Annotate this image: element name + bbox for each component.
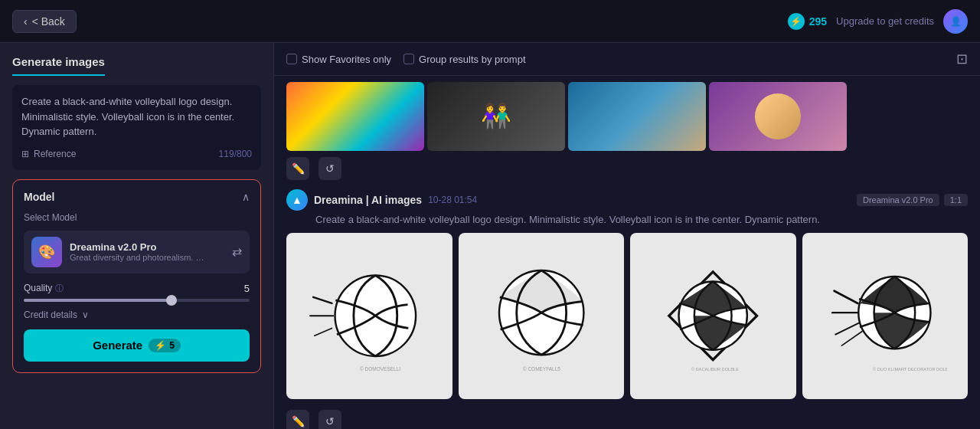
reference-icon: ⊞ <box>21 149 29 159</box>
info-icon: ⓘ <box>55 283 64 294</box>
section-header: Model ∧ <box>24 191 250 203</box>
lightning-icon: ⚡ <box>155 340 166 351</box>
slider-fill <box>24 299 171 302</box>
chevron-up-icon[interactable]: ∧ <box>242 191 250 203</box>
image-card-3[interactable]: © DACALIBUR DOLBLE <box>630 233 796 399</box>
ai-timestamp: 10-28 01:54 <box>428 195 477 205</box>
ai-badges: Dreamina v2.0 Pro 1:1 <box>857 194 968 206</box>
svg-line-3 <box>315 328 332 336</box>
panel-title: Generate images <box>12 55 105 76</box>
generate-cost-badge: ⚡ 5 <box>149 339 181 352</box>
thumbnail-3[interactable] <box>568 82 706 151</box>
prompt-text: Create a black-and-white volleyball logo… <box>21 94 252 139</box>
image-card-1[interactable]: © DOMOVESELLI <box>286 233 452 399</box>
back-icon: ‹ <box>24 15 28 28</box>
model-card[interactable]: 🎨 Dreamina v2.0 Pro Great diversity and … <box>24 231 250 273</box>
svg-text:© COMEYFALL5: © COMEYFALL5 <box>522 366 560 372</box>
thumbnail-4[interactable] <box>709 82 847 151</box>
bottom-refresh-icon[interactable]: ↺ <box>318 410 341 430</box>
right-top-bar: Show Favorites only Group results by pro… <box>274 43 980 76</box>
svg-text:© DACALIBUR DOLBLE: © DACALIBUR DOLBLE <box>691 367 739 372</box>
char-count: 119/800 <box>219 147 252 161</box>
show-favorites-label: Show Favorites only <box>302 54 391 65</box>
svg-line-14 <box>841 332 862 346</box>
avatar[interactable]: 👤 <box>943 9 968 34</box>
prompt-box: Create a black-and-white volleyball logo… <box>12 85 261 170</box>
model-desc: Great diversity and photorealism. Of... <box>70 253 207 262</box>
model-info: Dreamina v2.0 Pro Great diversity and ph… <box>70 241 224 262</box>
model-section-title: Model <box>24 191 54 203</box>
thumbnail-2[interactable]: 👫 <box>427 82 565 151</box>
model-badge: Dreamina v2.0 Pro <box>857 194 939 206</box>
reference-label: Reference <box>34 149 76 159</box>
model-name: Dreamina v2.0 Pro <box>70 241 224 253</box>
top-right: ⚡ 295 Upgrade to get credits 👤 <box>788 9 968 34</box>
panel-title-wrapper: Generate images <box>12 55 261 76</box>
show-favorites-checkbox[interactable] <box>286 54 297 64</box>
slider-thumb <box>166 295 177 306</box>
model-settings-icon[interactable]: ⇄ <box>232 244 242 259</box>
model-section: Model ∧ Select Model 🎨 Dreamina v2.0 Pro… <box>12 179 261 373</box>
image-card-2[interactable]: © COMEYFALL5 <box>459 233 625 399</box>
prompt-footer: ⊞ Reference 119/800 <box>21 147 252 161</box>
edit-icon[interactable]: ✏️ <box>286 157 309 180</box>
credit-details-label: Credit details <box>24 309 77 320</box>
group-results-filter[interactable]: Group results by prompt <box>403 54 525 65</box>
back-button[interactable]: ‹ < Back <box>12 10 77 33</box>
ai-avatar-icon: ▲ <box>286 189 308 211</box>
ai-header: ▲ Dreamina | AI images 10-28 01:54 Dream… <box>286 189 968 211</box>
svg-line-13 <box>835 323 858 335</box>
upgrade-button[interactable]: Upgrade to get credits <box>836 15 934 27</box>
model-thumbnail: 🎨 <box>31 237 62 267</box>
image-card-4[interactable]: © DUO KLIMART DECORATOR DOLBLE <box>802 233 969 399</box>
ai-prompt-text: Create a black-and-white volleyball logo… <box>315 214 968 225</box>
svg-text:© DOMOVESELLI: © DOMOVESELLI <box>360 366 400 372</box>
credits-display: ⚡ 295 <box>788 13 827 30</box>
generate-cost: 5 <box>169 340 175 351</box>
quality-slider[interactable] <box>24 299 250 302</box>
quality-row: Quality ⓘ 5 <box>24 283 250 294</box>
show-favorites-filter[interactable]: Show Favorites only <box>286 54 391 65</box>
left-panel: Generate images Create a black-and-white… <box>0 43 274 429</box>
ai-section: ▲ Dreamina | AI images 10-28 01:54 Dream… <box>274 186 980 429</box>
back-label: < Back <box>32 15 65 28</box>
select-model-label: Select Model <box>24 212 250 223</box>
svg-line-1 <box>313 297 332 303</box>
thumbnail-1[interactable] <box>286 82 424 151</box>
top-bar: ‹ < Back ⚡ 295 Upgrade to get credits 👤 <box>0 0 980 43</box>
reference-button[interactable]: ⊞ Reference <box>21 149 76 159</box>
image-grid: © DOMOVESELLI © COMEYFALL5 <box>286 233 968 405</box>
quality-label: Quality ⓘ <box>24 283 64 294</box>
group-results-label: Group results by prompt <box>419 54 525 65</box>
bottom-action-row: ✏️ ↺ <box>286 405 968 430</box>
svg-line-11 <box>834 291 858 303</box>
refresh-icon[interactable]: ↺ <box>318 157 341 180</box>
main-content: Generate images Create a black-and-white… <box>0 43 980 429</box>
ratio-badge: 1:1 <box>944 194 968 206</box>
credit-details-row[interactable]: Credit details ∨ <box>24 309 250 320</box>
filters-left: Show Favorites only Group results by pro… <box>286 54 526 65</box>
generate-button[interactable]: Generate ⚡ 5 <box>24 329 250 362</box>
ai-title: Dreamina | AI images <box>314 194 422 206</box>
save-icon[interactable]: ⊡ <box>956 51 968 67</box>
chevron-down-icon: ∨ <box>82 309 89 320</box>
top-action-row: ✏️ ↺ <box>274 154 980 186</box>
right-panel: Show Favorites only Group results by pro… <box>274 43 980 429</box>
quality-value: 5 <box>244 283 250 294</box>
credits-amount: 295 <box>809 15 827 28</box>
svg-text:© DUO KLIMART DECORATOR DOLBLE: © DUO KLIMART DECORATOR DOLBLE <box>873 367 947 372</box>
group-results-checkbox[interactable] <box>403 54 414 64</box>
bottom-edit-icon[interactable]: ✏️ <box>286 410 309 430</box>
generate-label: Generate <box>93 339 142 352</box>
credits-icon: ⚡ <box>788 13 805 30</box>
thumbnail-strip: 👫 <box>274 76 980 154</box>
